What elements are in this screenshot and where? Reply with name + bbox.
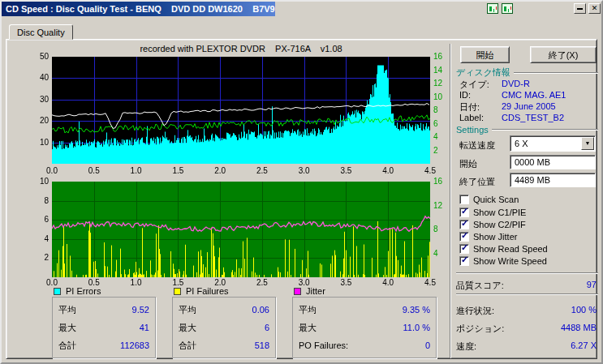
speed-row: 速度: 6.27 X [456,340,597,353]
speed-value: 6.27 X [571,340,597,353]
axis-tick: 10 [29,138,49,148]
axis-tick: 1.0 [124,166,149,176]
axis-tick: 30 [29,95,49,105]
speed-label: 速度: [456,340,476,353]
disc-type-value: DVD-R [502,79,530,88]
axis-tick: 2.5 [250,166,274,176]
axis-tick: 2.5 [250,278,274,288]
avg-value: 0.06 [252,301,269,319]
checkbox-label: Show Read Speed [473,244,548,254]
avg-value: 9.52 [132,301,149,319]
disc-date-value: 29 June 2005 [502,101,556,111]
exit-button[interactable]: 終了(X) [530,46,597,63]
tab-disc-quality[interactable]: Disc Quality [9,24,73,40]
checkbox-show-c1-pie[interactable]: ✓ Show C1/PIE [459,207,526,217]
checkbox-label: Quick Scan [473,195,519,204]
disc-info-header-label: ディスク情報 [456,66,510,79]
axis-tick: 4 [29,234,49,244]
axis-tick: 2.0 [208,166,232,176]
tab-label: Disc Quality [17,28,65,37]
check-icon: ✓ [461,230,468,241]
pi-errors-title: PI Errors [66,286,101,296]
axis-tick: 1.0 [124,278,149,288]
disc-label-value: CDS_TEST_B2 [502,113,564,122]
disc-type-label: タイプ: [459,79,489,91]
total-value: 112683 [120,336,149,354]
speed-select[interactable]: 6 X ▼ [510,135,596,152]
pi-errors-swatch [54,288,61,295]
po-failures-value: 0 [425,336,430,354]
checkbox-show-read-speed[interactable]: ✓ Show Read Speed [459,243,548,254]
start-button[interactable]: 開始 [460,46,510,63]
checkbox-label: Show Write Speed [473,256,547,266]
position-label: ポジション: [456,323,504,335]
axis-tick: 4.0 [376,166,400,176]
end-position-label: 終了位置 [459,176,495,188]
start-position-field[interactable] [510,155,596,169]
pi-errors-stats: 平均9.52 最大41 合計112683 [52,297,156,358]
checkbox-box[interactable]: ✓ [459,220,469,229]
quality-score-row: 品質スコア: 97 [456,280,597,292]
checkbox-show-jitter[interactable]: ✓ Show Jitter [459,231,517,242]
total-label: 合計 [179,336,196,354]
axis-tick: 4.5 [418,166,442,176]
axis-tick: 1.5 [166,166,190,176]
check-icon: ✓ [461,255,468,265]
total-label: 合計 [58,336,76,354]
checkbox-box[interactable] [459,195,469,204]
pi-failures-swatch [174,288,181,295]
axis-tick: 20 [29,116,49,126]
progress-row: 進行状況: 100 % [456,305,597,317]
axis-tick: 4.5 [418,278,442,288]
disc-info-header: ディスク情報 [456,66,598,79]
progress-value: 100 % [571,305,597,317]
axis-tick: 6 [29,215,49,225]
axis-tick: 8 [29,196,49,206]
quality-score-label: 品質スコア: [456,280,504,292]
pi-failures-title: PI Failures [186,286,229,296]
end-position-field[interactable] [510,173,596,187]
checkbox-quick-scan[interactable]: Quick Scan [459,194,519,204]
separator [456,272,598,274]
panel-divider [450,44,451,358]
chevron-down-icon[interactable]: ▼ [581,137,594,150]
avg-label: 平均 [58,301,76,319]
axis-tick: 10 [29,177,49,186]
app-window: CD Speed : Disc Quality Test - BENQ DVD … [0,0,603,364]
settings-header-label: Settings [456,125,489,135]
axis-tick: 50 [29,52,49,62]
settings-header: Settings [456,125,598,135]
axis-tick: 3.0 [292,166,317,176]
axis-tick: 3.5 [334,278,358,288]
total-value: 518 [255,336,269,354]
separator [456,293,598,295]
checkbox-show-c2-pif[interactable]: ✓ Show C2/PIF [459,219,526,229]
check-icon: ✓ [461,242,468,253]
progress-label: 進行状況: [456,305,494,317]
speed-select-label: 転送速度 [459,139,495,152]
jitter-stats: 平均9.35 % 最大11.0 % PO Failures:0 [292,297,437,358]
header-rule [492,129,598,131]
checkbox-box[interactable]: ✓ [459,232,469,242]
max-value: 11.0 % [403,319,430,336]
axis-tick: 0.0 [40,278,64,288]
jitter-title: Jitter [306,286,325,296]
max-label: 最大 [299,319,317,336]
checkbox-label: Show C2/PIF [473,220,526,229]
jitter-swatch [294,288,301,295]
axis-tick: 40 [29,73,49,83]
checkbox-label: Show Jitter [473,232,517,242]
checkbox-box[interactable]: ✓ [459,208,469,217]
disc-id-value: CMC MAG. AE1 [502,90,566,100]
quality-score-value: 97 [587,280,597,292]
checkbox-show-write-speed[interactable]: ✓ Show Write Speed [459,255,547,266]
max-label: 最大 [179,319,196,336]
disc-date-label: 日付: [459,101,480,113]
disc-id-label: ID: [459,90,471,100]
axis-tick: 0.0 [40,166,64,176]
position-value: 4488 MB [561,323,597,335]
avg-label: 平均 [299,301,317,319]
checkbox-label: Show C1/PIE [473,208,526,217]
checkbox-box[interactable]: ✓ [459,256,469,266]
checkbox-box[interactable]: ✓ [459,244,469,254]
